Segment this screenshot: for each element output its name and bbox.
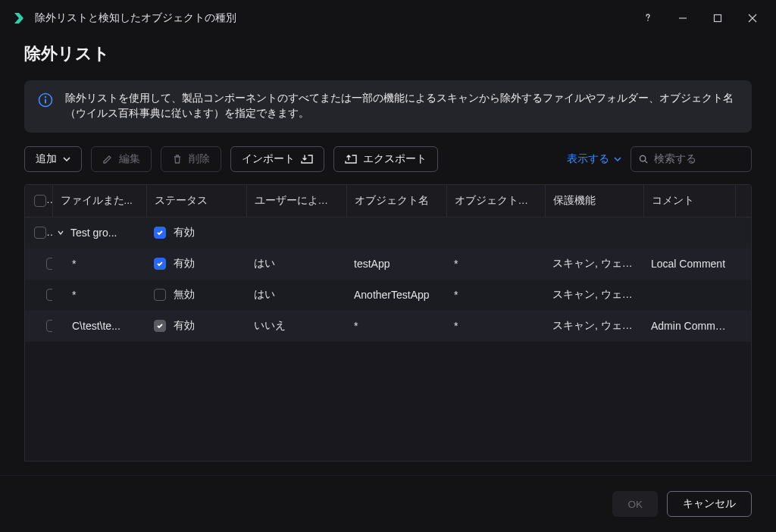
- table-row[interactable]: *有効はいtestApp*スキャン, ウェブ脅威...Local Comment: [25, 248, 751, 279]
- status-label: 有効: [174, 257, 195, 271]
- protection-value: スキャン, ウェブ脅威...: [545, 248, 643, 279]
- comment-value: Admin Comment: [643, 310, 736, 341]
- add-button[interactable]: 追加: [24, 146, 82, 172]
- header-select[interactable]: [25, 185, 52, 217]
- header-object-hash[interactable]: オブジェクトハッシュ: [446, 185, 545, 217]
- user-added-value: はい: [246, 248, 346, 279]
- footer: OK キャンセル: [0, 475, 776, 532]
- group-name: Test gro...: [70, 227, 117, 239]
- import-icon: [301, 154, 313, 164]
- file-value: *: [72, 289, 76, 301]
- object-hash-value: *: [446, 310, 545, 341]
- search-input[interactable]: [654, 153, 743, 164]
- status-label: 有効: [174, 226, 195, 239]
- checkbox[interactable]: [46, 289, 52, 301]
- table-row[interactable]: *無効はいAnotherTestApp*スキャン, ウェブ脅威...: [25, 279, 751, 310]
- edit-button[interactable]: 編集: [91, 146, 152, 172]
- status-checkbox[interactable]: [154, 289, 166, 301]
- checkbox[interactable]: [34, 195, 46, 207]
- cancel-button[interactable]: キャンセル: [667, 491, 752, 517]
- group-row[interactable]: Test gro... 有効: [25, 217, 751, 248]
- trash-icon: [172, 154, 183, 164]
- svg-rect-1: [715, 15, 721, 22]
- file-value: C\test\te...: [72, 320, 120, 332]
- checkbox[interactable]: [46, 258, 52, 270]
- import-label: インポート: [242, 152, 295, 166]
- delete-button[interactable]: 削除: [161, 146, 221, 172]
- add-label: 追加: [36, 152, 57, 166]
- table-filler: [25, 342, 751, 462]
- export-icon: [345, 154, 357, 164]
- protection-value: スキャン, ウェブ脅威...: [545, 310, 643, 341]
- maximize-button[interactable]: [700, 3, 735, 33]
- status-checkbox[interactable]: [154, 258, 166, 270]
- header-end: [736, 185, 752, 217]
- svg-rect-6: [45, 99, 46, 104]
- window-controls: [630, 3, 770, 33]
- header-status[interactable]: ステータス: [146, 185, 246, 217]
- object-name-value: testApp: [346, 248, 446, 279]
- info-banner: 除外リストを使用して、製品コンポーネントのすべてまたは一部の機能によるスキャンか…: [24, 80, 752, 133]
- app-logo-icon: [12, 11, 26, 25]
- exclusion-table: ファイルまた... ステータス ユーザーによる追加 オブジェクト名 オブジェクト…: [24, 184, 752, 462]
- search-icon: [639, 154, 648, 164]
- status-label: 有効: [174, 319, 195, 333]
- object-name-value: *: [346, 310, 446, 341]
- import-button[interactable]: インポート: [230, 146, 324, 172]
- object-name-value: AnotherTestApp: [346, 279, 446, 310]
- header-file[interactable]: ファイルまた...: [52, 185, 146, 217]
- user-added-value: いいえ: [246, 310, 346, 341]
- window: 除外リストと検知したオブジェクトの種別 除外リスト 除外リストを使用して、製品コ…: [0, 0, 776, 532]
- checkbox[interactable]: [46, 320, 52, 332]
- header-row: ファイルまた... ステータス ユーザーによる追加 オブジェクト名 オブジェクト…: [25, 185, 751, 217]
- user-added-value: はい: [246, 279, 346, 310]
- help-button[interactable]: [630, 3, 665, 33]
- header-comment[interactable]: コメント: [643, 185, 736, 217]
- svg-point-5: [45, 96, 46, 98]
- info-icon: [38, 92, 53, 108]
- checkbox[interactable]: [34, 227, 46, 239]
- status-checkbox[interactable]: [154, 227, 166, 239]
- object-hash-value: *: [446, 248, 545, 279]
- object-hash-value: *: [446, 279, 545, 310]
- chevron-down-icon: [614, 156, 621, 162]
- svg-point-7: [640, 155, 645, 161]
- export-label: エクスポート: [363, 152, 427, 166]
- export-button[interactable]: エクスポート: [333, 146, 438, 172]
- display-dropdown[interactable]: 表示する: [567, 152, 621, 166]
- pencil-icon: [102, 154, 113, 164]
- svg-line-8: [645, 161, 647, 163]
- info-text: 除外リストを使用して、製品コンポーネントのすべてまたは一部の機能によるスキャンか…: [65, 91, 738, 122]
- minimize-button[interactable]: [665, 3, 700, 33]
- comment-value: Local Comment: [643, 248, 736, 279]
- protection-value: スキャン, ウェブ脅威...: [545, 279, 643, 310]
- chevron-down-icon[interactable]: [57, 229, 64, 236]
- status-label: 無効: [174, 288, 195, 302]
- close-button[interactable]: [735, 3, 770, 33]
- toolbar: 追加 編集 削除 インポート エクスポート 表示する: [24, 146, 752, 172]
- window-title: 除外リストと検知したオブジェクトの種別: [35, 11, 621, 25]
- page-title: 除外リスト: [24, 42, 752, 65]
- comment-value: [643, 279, 736, 310]
- header-user-added[interactable]: ユーザーによる追加: [246, 185, 346, 217]
- chevron-down-icon: [63, 156, 70, 162]
- search-box[interactable]: [630, 146, 752, 172]
- header-protection[interactable]: 保護機能: [545, 185, 643, 217]
- display-label: 表示する: [567, 152, 609, 166]
- content: 除外リスト 除外リストを使用して、製品コンポーネントのすべてまたは一部の機能によ…: [0, 36, 776, 475]
- ok-button[interactable]: OK: [612, 491, 658, 517]
- file-value: *: [72, 258, 76, 270]
- titlebar: 除外リストと検知したオブジェクトの種別: [0, 0, 776, 36]
- edit-label: 編集: [119, 152, 140, 166]
- header-object-name[interactable]: オブジェクト名: [346, 185, 446, 217]
- delete-label: 削除: [189, 152, 210, 166]
- status-checkbox[interactable]: [154, 320, 166, 332]
- table-row[interactable]: C\test\te...有効いいえ**スキャン, ウェブ脅威...Admin C…: [25, 310, 751, 341]
